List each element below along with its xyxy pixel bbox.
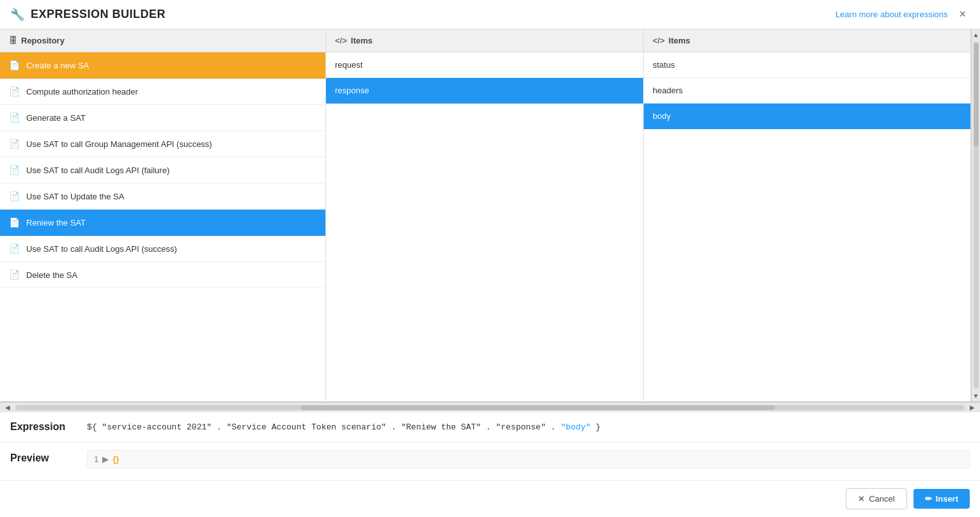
doc-icon: 📄 — [9, 191, 20, 201]
doc-icon: 📄 — [9, 243, 20, 254]
doc-icon: 📄 — [9, 217, 20, 228]
items2-list: status headers body — [644, 52, 970, 401]
items1-list: request response — [326, 52, 643, 401]
close-button[interactable]: × — [955, 6, 970, 22]
scroll-thumb — [974, 42, 979, 146]
list-item-label: status — [653, 60, 675, 70]
list-item[interactable]: request — [326, 52, 643, 78]
repository-list: 📄 Create a new SA 📄 Compute authorizatio… — [0, 52, 325, 401]
list-item-label: Compute authorization header — [26, 87, 138, 96]
insert-label: Insert — [936, 494, 958, 504]
list-item[interactable]: 📄 Create a new SA — [0, 52, 325, 79]
vertical-scrollbar[interactable]: ▲ ▼ — [971, 29, 980, 401]
items1-column: </> Items request response — [326, 29, 644, 401]
list-item[interactable]: 📄 Use SAT to call Group Management API (… — [0, 131, 325, 157]
cancel-icon: ✕ — [858, 494, 865, 504]
columns-area: 🗄 Repository 📄 Create a new SA 📄 Compute… — [0, 29, 980, 402]
expression-value: ${ "service-account 2021" . "Service Acc… — [87, 422, 601, 432]
scroll-left-icon[interactable]: ◀ — [3, 404, 13, 411]
expression-label: Expression — [10, 421, 87, 433]
list-item[interactable]: headers — [644, 78, 970, 104]
preview-brace: {} — [113, 454, 119, 464]
scroll-down-icon[interactable]: ▼ — [971, 390, 980, 401]
list-item-label: Use SAT to call Audit Logs API (failure) — [26, 166, 169, 175]
list-item-label: Generate a SAT — [26, 113, 86, 123]
learn-more-link[interactable]: Learn more about expressions — [836, 10, 948, 19]
code-icon: </> — [653, 36, 665, 45]
footer: ✕ Cancel ✏ Insert — [0, 481, 980, 517]
insert-icon: ✏ — [925, 494, 932, 504]
items1-column-header: </> Items — [326, 29, 643, 52]
list-item-label: Use SAT to call Audit Logs API (success) — [26, 244, 177, 254]
doc-icon: 📄 — [9, 270, 20, 280]
repository-column-title: Repository — [21, 36, 65, 45]
list-item[interactable]: 📄 Use SAT to call Audit Logs API (succes… — [0, 236, 325, 262]
list-item-label: headers — [653, 86, 683, 95]
expression-prefix: ${ "service-account 2021" . "Service Acc… — [87, 422, 561, 432]
scroll-up-icon[interactable]: ▲ — [971, 29, 980, 40]
items2-column: </> Items status headers body — [644, 29, 971, 401]
list-item[interactable]: 📄 Use SAT to call Audit Logs API (failur… — [0, 157, 325, 183]
preview-line-number: 1 — [94, 454, 98, 464]
header: 🔧 EXPRESSION BUILDER Learn more about ex… — [0, 0, 980, 29]
repository-column-header: 🗄 Repository — [0, 29, 325, 52]
list-item[interactable]: 📄 Generate a SAT — [0, 105, 325, 131]
list-item-label: Reniew the SAT — [26, 218, 86, 228]
list-item-label: body — [653, 111, 671, 121]
header-left: 🔧 EXPRESSION BUILDER — [10, 8, 166, 22]
list-item[interactable]: 📄 Compute authorization header — [0, 79, 325, 105]
doc-icon: 📄 — [9, 60, 20, 70]
list-item-label: response — [335, 86, 369, 95]
expression-row: Expression ${ "service-account 2021" . "… — [0, 412, 980, 442]
doc-icon: 📄 — [9, 86, 20, 96]
scroll-track[interactable] — [974, 42, 979, 389]
insert-button[interactable]: ✏ Insert — [914, 489, 970, 509]
list-item-label: Create a new SA — [26, 61, 89, 70]
header-right: Learn more about expressions × — [836, 6, 970, 22]
code-icon: </> — [335, 36, 347, 45]
preview-label: Preview — [10, 450, 87, 464]
doc-icon: 📄 — [9, 139, 20, 149]
list-item-label: Use SAT to Update the SA — [26, 192, 124, 201]
doc-icon: 📄 — [9, 165, 20, 175]
expression-suffix: } — [591, 422, 601, 432]
horizontal-scrollbar[interactable]: ◀ ▶ — [0, 402, 980, 412]
doc-icon: 📄 — [9, 112, 20, 123]
expression-highlight: "body" — [561, 422, 591, 432]
scroll-right-icon[interactable]: ▶ — [967, 404, 977, 411]
items2-column-title: Items — [669, 36, 690, 45]
list-item-label: Delete the SA — [26, 270, 77, 280]
preview-row: Preview 1 ▶ {} — [0, 442, 980, 481]
cancel-button[interactable]: ✕ Cancel — [846, 488, 906, 509]
wrench-icon: 🔧 — [10, 8, 24, 22]
preview-arrow-icon: ▶ — [102, 454, 109, 464]
h-scroll-thumb — [300, 405, 775, 410]
list-item[interactable]: status — [644, 52, 970, 78]
preview-content: 1 ▶ {} — [87, 450, 970, 468]
list-item[interactable]: 📄 Reniew the SAT — [0, 210, 325, 236]
cancel-label: Cancel — [869, 494, 894, 504]
h-scroll-track[interactable] — [15, 405, 965, 410]
list-item[interactable]: 📄 Use SAT to Update the SA — [0, 183, 325, 210]
items2-column-header: </> Items — [644, 29, 970, 52]
repository-column: 🗄 Repository 📄 Create a new SA 📄 Compute… — [0, 29, 326, 401]
list-item-label: Use SAT to call Group Management API (su… — [26, 139, 212, 149]
repository-icon: 🗄 — [9, 36, 17, 45]
list-item[interactable]: 📄 Delete the SA — [0, 262, 325, 288]
app-title: EXPRESSION BUILDER — [31, 8, 166, 21]
list-item-label: request — [335, 60, 362, 70]
list-item[interactable]: response — [326, 78, 643, 104]
items1-column-title: Items — [351, 36, 373, 45]
list-item[interactable]: body — [644, 104, 970, 129]
